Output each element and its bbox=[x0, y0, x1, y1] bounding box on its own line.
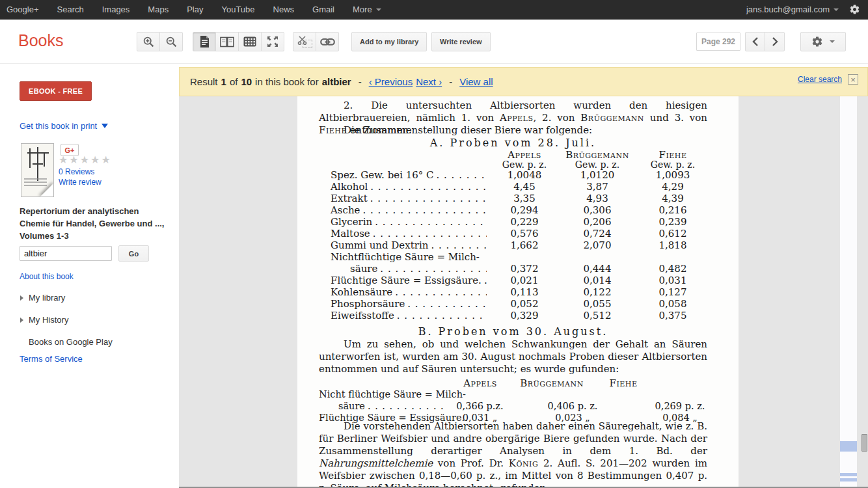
two-page-view-button[interactable] bbox=[215, 32, 239, 51]
separator: - bbox=[359, 76, 362, 87]
cell-value: 1,662 bbox=[489, 239, 560, 251]
cell-value: 1,818 bbox=[635, 239, 711, 251]
page-number-input[interactable] bbox=[696, 33, 740, 51]
gear-icon[interactable] bbox=[849, 4, 860, 15]
sidebar-item-my-library[interactable]: My library bbox=[20, 293, 65, 303]
scanned-book-page: 2. Die untersuchten Altbiersorten wurden… bbox=[297, 96, 739, 488]
books-logo[interactable]: Books bbox=[18, 31, 63, 50]
row-label: Eiweifsstoffe bbox=[297, 310, 394, 321]
previous-result-link[interactable]: ‹ Previous bbox=[369, 76, 413, 87]
topbar-link-gmail[interactable]: Gmail bbox=[312, 5, 334, 14]
cell-value: 0,031 bbox=[635, 275, 711, 286]
section-a-title: A. Proben vom 28. Juli. bbox=[319, 137, 707, 149]
view-all-link[interactable]: View all bbox=[459, 76, 493, 87]
single-page-view-button[interactable] bbox=[193, 32, 216, 51]
table-b-header: Appels Brüggemann Fiehe bbox=[319, 377, 711, 389]
topbar-link-play[interactable]: Play bbox=[187, 5, 203, 14]
book-viewer: Result 1 of 10 in this book for altbier … bbox=[179, 64, 868, 488]
cell-value: 0,512 bbox=[560, 310, 635, 321]
close-icon[interactable]: × bbox=[848, 74, 858, 85]
page-nav-controls bbox=[745, 32, 785, 51]
books-on-play-label: Books on Google Play bbox=[29, 337, 113, 347]
dot-leader bbox=[362, 204, 487, 216]
topbar-link-images[interactable]: Images bbox=[102, 5, 130, 14]
cell-value: 0,372 bbox=[489, 263, 560, 275]
book-title: Repertorium der analytischen Chemie für … bbox=[20, 205, 169, 242]
ebook-free-button[interactable]: EBOOK - FREE bbox=[20, 81, 92, 101]
topbar-link-googleplus[interactable]: Google+ bbox=[7, 5, 39, 14]
link-button[interactable] bbox=[316, 32, 339, 51]
page-paragraph: Um zu sehen, ob und welchen Schwankungen… bbox=[319, 338, 707, 375]
column-header: Brüggemann bbox=[516, 377, 588, 389]
of-word: of bbox=[230, 76, 238, 87]
table-row: Maltose0,5760,7240,612 bbox=[297, 228, 711, 239]
star-rating: ★★★★★ bbox=[59, 154, 112, 166]
zoom-out-button[interactable] bbox=[159, 32, 183, 51]
chevron-right-icon bbox=[20, 318, 23, 323]
write-review-button[interactable]: Write review bbox=[431, 32, 491, 51]
thumbnail-view-button[interactable] bbox=[238, 32, 262, 51]
sidebar-item-my-history[interactable]: My History bbox=[20, 315, 68, 325]
cell-value: 1,0120 bbox=[560, 169, 635, 181]
dot-leader bbox=[484, 275, 487, 286]
clip-button[interactable] bbox=[293, 32, 316, 51]
reviews-link[interactable]: 0 Reviews bbox=[59, 167, 94, 176]
next-page-button[interactable] bbox=[765, 32, 785, 51]
result-total: 10 bbox=[241, 76, 252, 87]
cell-value: 0,406 p. z. bbox=[514, 401, 631, 411]
about-this-book-link[interactable]: About this book bbox=[20, 272, 74, 281]
cell-value: 0,021 bbox=[489, 275, 560, 286]
cell-value: 1,0048 bbox=[489, 169, 560, 181]
cell-value: 0,366 p.z. bbox=[446, 401, 514, 411]
section-b-title: B. Proben vom 30. August. bbox=[319, 325, 707, 338]
clip-link-controls bbox=[293, 32, 339, 51]
vertical-scrollbar-thumb[interactable] bbox=[861, 434, 867, 452]
cell-value: 3,35 bbox=[489, 193, 560, 204]
table-row: Glycerin0,2290,2060,239 bbox=[297, 216, 711, 228]
cell-value: 0,444 bbox=[560, 263, 635, 275]
sidebar-item-books-on-google-play[interactable]: Books on Google Play bbox=[29, 337, 113, 347]
search-hit-marker[interactable] bbox=[840, 478, 857, 481]
table-row: Kohlensäure0,1130,1220,127 bbox=[297, 286, 711, 298]
topbar-link-search[interactable]: Search bbox=[57, 5, 84, 14]
dot-leader bbox=[437, 169, 487, 181]
unit-header: Gew. p. z. bbox=[635, 159, 711, 170]
zoom-in-button[interactable] bbox=[137, 32, 160, 51]
table-row: Nicht flüchtige Säure = Milch- bbox=[319, 389, 711, 401]
get-book-in-print-link[interactable]: Get this book in print bbox=[20, 120, 108, 131]
result-middle-text: in this book for bbox=[255, 76, 319, 87]
link-icon bbox=[320, 38, 335, 46]
table-a-unit-header: Gew. p. z. Gew. p. z. Gew. p. z. bbox=[297, 159, 711, 170]
account-menu[interactable]: jans.buch@gmail.com bbox=[746, 5, 839, 14]
go-button[interactable]: Go bbox=[118, 245, 149, 262]
cell-value: 2,070 bbox=[560, 239, 635, 251]
table-row: Eiweifsstoffe0,3290,5120,375 bbox=[297, 310, 711, 321]
row-label: Alkohol bbox=[297, 181, 368, 193]
next-result-link[interactable]: Next › bbox=[416, 76, 442, 87]
analysis-table-july: Spez. Gew. bei 16° C1,00481,01201,0093 A… bbox=[297, 169, 711, 321]
search-result-bar: Result 1 of 10 in this book for altbier … bbox=[179, 67, 868, 96]
terms-of-service-link[interactable]: Terms of Service bbox=[20, 354, 83, 364]
topbar-more-menu[interactable]: More bbox=[353, 5, 381, 14]
cell-value: 0,375 bbox=[635, 310, 711, 321]
page-canvas: 2. Die untersuchten Altbiersorten wurden… bbox=[179, 96, 868, 488]
search-hit-marker[interactable] bbox=[840, 441, 857, 452]
clear-search-link[interactable]: Clear search bbox=[798, 75, 842, 84]
topbar-link-youtube[interactable]: YouTube bbox=[221, 5, 254, 14]
add-to-library-button[interactable]: Add to my library bbox=[351, 32, 427, 51]
fullscreen-button[interactable] bbox=[261, 32, 284, 51]
topbar-link-news[interactable]: News bbox=[273, 5, 295, 14]
settings-dropdown-button[interactable] bbox=[800, 32, 846, 51]
unit-header: Gew. p. z. bbox=[489, 159, 560, 170]
search-in-book-input[interactable] bbox=[20, 246, 112, 261]
dot-leader bbox=[407, 298, 487, 310]
previous-page-button[interactable] bbox=[745, 32, 765, 51]
topbar-link-maps[interactable]: Maps bbox=[148, 5, 169, 14]
result-summary: Result 1 of 10 in this book for altbier … bbox=[190, 76, 493, 87]
row-label: Glycerin bbox=[297, 216, 372, 228]
search-hit-marker[interactable] bbox=[840, 473, 857, 476]
search-results-scrubber[interactable] bbox=[840, 96, 857, 488]
cell-value: 0,216 bbox=[635, 204, 711, 216]
write-review-link[interactable]: Write review bbox=[59, 178, 102, 187]
cell-value: 0,306 bbox=[560, 204, 635, 216]
